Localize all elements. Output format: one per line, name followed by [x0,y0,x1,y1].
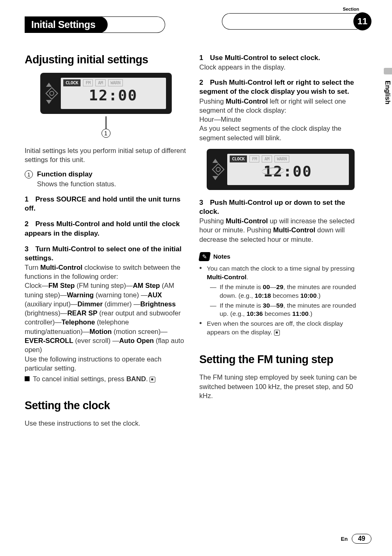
lcd-tag-am: AM [95,79,105,86]
r-step-title-2: Push Multi-Control left or right to sele… [199,79,354,95]
notes-icon: ✎ [198,252,211,261]
language-tab-marker [384,68,392,74]
lcd2-tag-warn: WARN [274,155,290,162]
step-title-3: Turn Multi-Control to select one of the … [25,245,182,262]
r-step-num-1: 1 [199,54,210,62]
lcd-time: 12:00 [63,87,164,104]
right-column: 1Use Multi-Control to select clock. Cloc… [199,53,362,433]
language-tab: English [383,78,392,107]
r-step-body-2d: As you select segments of the clock disp… [199,124,362,142]
bullet-icon [25,376,30,381]
lcd-tag-fm: FM [83,79,93,86]
section-title-pill: Initial Settings [25,16,165,33]
callout-1: 1 [101,129,111,138]
step-num-2: 2 [25,220,35,228]
intro-text: Initial settings lets you perform initia… [25,146,187,164]
end-mark-icon [150,377,155,382]
step-num-1: 1 [25,195,35,204]
lcd-tag-clock: CLOCK [63,79,81,86]
section-number: 11 [353,12,371,30]
footer-lang: En [341,536,348,542]
lcd2-tag-fm: FM [249,155,259,162]
page-footer: En 49 [341,534,371,544]
footer-page-number: 49 [352,534,371,544]
lcd-nav-icon [212,159,224,180]
notes-list: You can match the clock to a time signal… [199,264,362,337]
r-step-num-3: 3 [199,199,210,207]
step3-body: Turn Multi-Control clockwise to switch b… [25,263,187,281]
lcd2-tag-clock: CLOCK [230,155,247,162]
r-step-title-3: Push Multi-Control up or down to set the… [199,199,345,215]
clock-intro: Use these instructions to set the clock. [25,419,187,428]
lcd2-time: 12:00 [230,163,346,180]
heading-adjusting: Adjusting initial settings [25,53,187,66]
def-circle-1: 1 [25,170,33,178]
left-column: Adjusting initial settings CLOCK FM AM W… [25,53,187,433]
r-step-title-1: Use Multi-Control to select clock. [210,54,320,62]
section-title: Initial Settings [25,16,108,33]
step3-tail: Use the following instructions to operat… [25,354,187,373]
lcd-display-2: CLOCK FM AM WARN 12:00 [207,149,355,190]
r-step-body-1: Clock appears in the display. [199,63,362,72]
section-label: Section [343,7,359,12]
lcd-display-1: CLOCK FM AM WARN 12:00 [40,73,172,114]
lcd-tag-warn: WARN [108,79,123,86]
lcd2-tag-am: AM [262,155,272,162]
r-step-num-2: 2 [199,79,210,87]
step3-sequence: Clock—FM Step (FM tuning step)—AM Step (… [25,281,187,354]
r-step-body-2c: Hour—Minute [199,115,362,124]
notes-title: Notes [213,253,231,260]
def-title-function-display: Function display [37,170,92,178]
step-num-3: 3 [25,245,35,253]
heading-fm-step: Setting the FM tuning step [199,353,362,366]
step-title-2: Press Multi-Control and hold until the c… [25,220,180,237]
r-step-body-3: Pushing Multi-Control up will increase t… [199,216,362,244]
tip-cancel: To cancel initial settings, press BAND. [25,374,187,383]
end-mark-icon [274,330,280,336]
page-header: Initial Settings Section 11 [25,12,371,37]
step-title-1: Press SOURCE and hold until the unit tur… [25,195,180,212]
fm-intro: The FM tuning step employed by seek tuni… [199,373,362,400]
def-desc: Shows the function status. [37,179,187,188]
r-step-body-2a: Pushing Multi-Control left or right will… [199,97,362,115]
heading-setting-clock: Setting the clock [25,399,187,412]
lcd-nav-icon [46,83,58,104]
